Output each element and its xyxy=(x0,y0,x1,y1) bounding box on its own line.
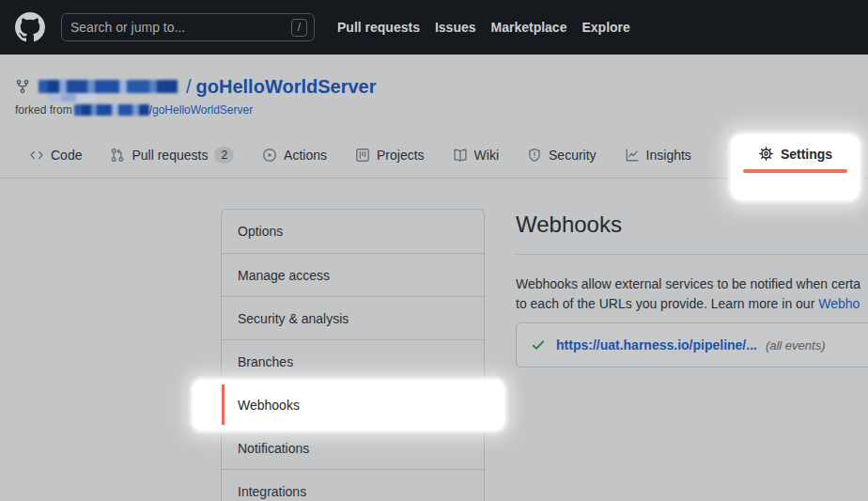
project-icon xyxy=(355,148,370,163)
search-placeholder: Search or jump to... xyxy=(70,20,291,35)
sidebar-item-notifications[interactable]: Notifications xyxy=(222,426,484,469)
forked-from-line: forked from /goHelloWorldServer xyxy=(15,103,253,117)
breadcrumb: / goHelloWorldServer xyxy=(15,75,376,98)
tab-settings-content: Settings xyxy=(758,146,832,162)
tab-label: Projects xyxy=(377,148,425,163)
webhooks-guide-link[interactable]: Webho xyxy=(818,296,860,311)
tab-label: Insights xyxy=(646,148,691,163)
description-line-2: to each of the URLs you provide. Learn m… xyxy=(516,294,860,314)
repo-tabbar: Code Pull requests 2 Actions Projects xyxy=(0,132,868,179)
sidebar-item-label: Branches xyxy=(238,354,293,369)
tab-label: Wiki xyxy=(474,148,499,163)
book-icon xyxy=(453,148,468,163)
sidebar-item-branches[interactable]: Branches xyxy=(222,339,484,383)
webhook-list-item: https://uat.harness.io/pipeline/... (all… xyxy=(516,322,868,368)
sidebar-item-integrations[interactable]: Integrations xyxy=(222,469,484,501)
tab-settings-label: Settings xyxy=(781,147,832,162)
shield-icon xyxy=(527,148,542,163)
tab-projects[interactable]: Projects xyxy=(341,132,439,178)
sidebar-item-options[interactable]: Options xyxy=(222,210,484,253)
sidebar-item-security-analysis[interactable]: Security & analysis xyxy=(222,296,484,339)
slash-shortcut-badge: / xyxy=(291,19,307,37)
repo-forked-icon xyxy=(15,79,30,94)
git-pull-request-icon xyxy=(110,148,125,163)
main-content: Webhooks Webhooks allow external service… xyxy=(516,179,868,501)
check-icon xyxy=(531,337,546,352)
code-icon xyxy=(29,148,44,163)
search-input[interactable]: Search or jump to... / xyxy=(61,13,315,41)
settings-sidebar-list: Options Manage access Security & analysi… xyxy=(222,210,484,501)
sidebar-item-label: Options xyxy=(238,224,283,239)
nav-pull-requests[interactable]: Pull requests xyxy=(330,20,427,35)
gear-icon xyxy=(758,146,774,162)
title-divider xyxy=(516,254,868,255)
nav-marketplace[interactable]: Marketplace xyxy=(484,20,575,35)
tab-actions[interactable]: Actions xyxy=(248,132,341,178)
sidebar-item-label: Notifications xyxy=(238,441,309,456)
tab-label: Code xyxy=(51,148,82,163)
nav-explore[interactable]: Explore xyxy=(574,20,637,35)
sidebar-item-manage-access[interactable]: Manage access xyxy=(222,253,484,296)
play-icon xyxy=(262,148,277,163)
nav-issues[interactable]: Issues xyxy=(427,20,484,35)
header-nav: Pull requests Issues Marketplace Explore xyxy=(330,20,638,35)
repo-name-link[interactable]: goHelloWorldServer xyxy=(196,76,377,98)
tab-label: Security xyxy=(549,148,597,163)
tab-insights[interactable]: Insights xyxy=(611,132,705,178)
active-tab-underline xyxy=(743,169,847,173)
page-title: Webhooks xyxy=(516,211,622,239)
tab-pull-requests[interactable]: Pull requests 2 xyxy=(96,132,248,178)
tab-code[interactable]: Code xyxy=(15,132,96,178)
description-line-1: Webhooks allow external services to be n… xyxy=(516,274,860,294)
sidebar-item-label: Security & analysis xyxy=(238,311,349,326)
tab-security[interactable]: Security xyxy=(513,132,611,178)
breadcrumb-separator: / xyxy=(186,76,192,98)
repo-header: / goHelloWorldServer forked from /goHell… xyxy=(0,55,868,132)
sidebar-item-label: Webhooks xyxy=(238,398,300,413)
tab-wiki[interactable]: Wiki xyxy=(439,132,513,178)
active-item-bar xyxy=(222,384,225,425)
sidebar-item-label: Manage access xyxy=(238,268,330,283)
github-repo-settings-page: Search or jump to... / Pull requests Iss… xyxy=(0,0,868,501)
redacted-owner-name xyxy=(39,80,178,93)
forked-from-label: forked from xyxy=(15,103,72,117)
forked-from-repo-link[interactable]: /goHelloWorldServer xyxy=(149,103,254,117)
sidebar-item-label: Integrations xyxy=(238,484,306,499)
webhooks-description: Webhooks allow external services to be n… xyxy=(516,274,860,314)
graph-icon xyxy=(625,148,640,163)
description-line-2-text: to each of the URLs you provide. Learn m… xyxy=(516,296,818,311)
github-logo-icon[interactable] xyxy=(15,12,45,42)
pull-requests-count-badge: 2 xyxy=(214,147,234,164)
webhook-events-scope: (all events) xyxy=(766,338,826,352)
tab-label: Actions xyxy=(284,148,327,163)
redacted-parent-owner xyxy=(74,104,149,116)
github-header: Search or jump to... / Pull requests Iss… xyxy=(0,0,868,55)
tab-label: Pull requests xyxy=(132,148,208,163)
webhook-url-link[interactable]: https://uat.harness.io/pipeline/... xyxy=(556,337,757,352)
settings-sidebar: Options Manage access Security & analysi… xyxy=(221,209,485,501)
tab-settings[interactable]: Settings xyxy=(731,134,860,200)
sidebar-item-webhooks[interactable]: Webhooks xyxy=(222,383,484,426)
